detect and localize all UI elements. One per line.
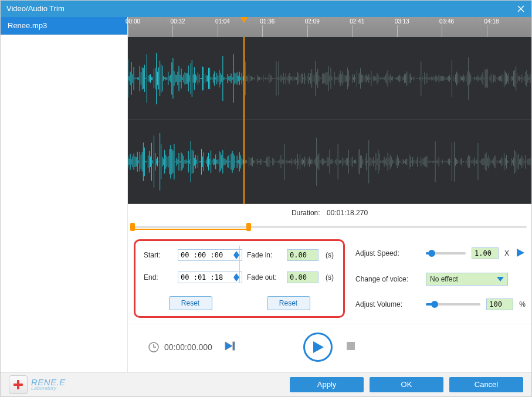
ruler-tick: 00:00 xyxy=(126,18,140,25)
end-label: End: xyxy=(144,273,173,281)
selection-bracket[interactable] xyxy=(133,222,527,232)
volume-label: Adjust Volume: xyxy=(355,300,420,308)
ruler-tick: 01:36 xyxy=(260,18,275,25)
start-label: Start: xyxy=(144,251,173,259)
content-area: Renee.mp3 00:00 00:32 01:04 01:36 02:09 … xyxy=(1,17,531,372)
reset-fade-button[interactable]: Reset xyxy=(267,296,310,310)
fadein-input[interactable] xyxy=(287,249,318,261)
sidebar-item-file[interactable]: Renee.mp3 xyxy=(1,17,127,35)
svg-marker-685 xyxy=(233,277,239,281)
waveform-area[interactable] xyxy=(128,37,531,204)
svg-marker-686 xyxy=(517,249,524,257)
speed-unit: X xyxy=(504,249,509,257)
stop-button[interactable] xyxy=(345,341,356,354)
play-button[interactable] xyxy=(303,332,333,362)
start-input[interactable] xyxy=(178,249,242,261)
waveform-channel-left xyxy=(128,37,531,121)
playback-row: 00:00:00.000 xyxy=(128,324,531,372)
svg-marker-684 xyxy=(233,273,239,277)
ruler-tick: 03:13 xyxy=(395,18,409,25)
duration-value: 00:01:18.270 xyxy=(327,209,368,217)
ruler-tick: 00:32 xyxy=(170,18,185,25)
voice-value: No effect xyxy=(430,275,458,283)
reset-time-button[interactable]: Reset xyxy=(169,296,212,310)
ruler-tick: 04:18 xyxy=(484,18,499,25)
start-field[interactable] xyxy=(181,251,228,259)
voice-select[interactable]: No effect xyxy=(426,273,508,286)
waveform-channel-right xyxy=(128,120,531,204)
volume-row: Adjust Volume: % xyxy=(355,298,526,310)
svg-marker-689 xyxy=(225,342,232,350)
seconds-unit: (s) xyxy=(326,273,334,281)
volume-slider[interactable] xyxy=(426,303,480,306)
volume-unit: % xyxy=(519,300,526,308)
ruler-tick: 01:04 xyxy=(215,18,230,25)
svg-marker-682 xyxy=(233,251,239,255)
playback-time-value: 00:00:00.000 xyxy=(164,342,212,352)
play-icon xyxy=(311,340,324,354)
speed-slider[interactable] xyxy=(426,252,466,255)
playback-time: 00:00:00.000 xyxy=(148,341,237,353)
end-input[interactable] xyxy=(178,272,242,283)
spinner-icon[interactable] xyxy=(233,273,239,281)
duration-label: Duration: xyxy=(292,209,320,217)
chevron-down-icon xyxy=(497,277,504,281)
titlebar: Video/Audio Trim xyxy=(1,1,531,17)
play-preview-icon[interactable] xyxy=(515,247,526,260)
apply-button[interactable]: Apply xyxy=(290,377,364,392)
end-field[interactable] xyxy=(181,273,228,281)
bracket-end-handle[interactable] xyxy=(246,223,251,231)
ruler-tick: 02:41 xyxy=(350,18,364,25)
bracket-start-handle[interactable] xyxy=(130,223,135,231)
main-panel: 00:00 00:32 01:04 01:36 02:09 02:41 03:1… xyxy=(128,17,531,372)
spinner-icon[interactable] xyxy=(233,251,239,259)
ok-button[interactable]: OK xyxy=(370,377,443,392)
logo-text-line1: RENE.E xyxy=(31,378,66,386)
ruler-tick: 03:46 xyxy=(439,18,454,25)
stop-icon xyxy=(345,341,356,351)
fadeout-label: Fade out: xyxy=(247,273,282,281)
voice-row: Change of voice: No effect xyxy=(355,273,526,286)
fadein-group: Fade in: (s) xyxy=(247,249,335,261)
svg-rect-692 xyxy=(347,342,355,350)
controls-panel: Start: End: xyxy=(128,239,531,324)
timeline-ruler[interactable]: 00:00 00:32 01:04 01:36 02:09 02:41 03:1… xyxy=(128,17,531,37)
fadeout-input[interactable] xyxy=(287,272,318,283)
speed-row: Adjust Speed: X xyxy=(355,247,526,260)
speed-label: Adjust Speed: xyxy=(355,249,420,257)
svg-rect-690 xyxy=(233,342,235,350)
slider-thumb[interactable] xyxy=(428,250,435,257)
fadein-label: Fade in: xyxy=(247,251,282,259)
duration-row: Duration: 00:01:18.270 xyxy=(128,204,531,222)
slider-thumb[interactable] xyxy=(431,301,438,308)
adjust-box: Adjust Speed: X Change of voice: xyxy=(355,239,526,318)
sidebar-item-label: Renee.mp3 xyxy=(8,21,47,30)
brand-logo: RENE.E Laboratory xyxy=(9,375,66,394)
ruler-tick: 02:09 xyxy=(305,18,320,25)
step-next-icon[interactable] xyxy=(224,341,237,353)
speed-value[interactable] xyxy=(472,247,499,259)
voice-label: Change of voice: xyxy=(355,275,420,283)
svg-marker-691 xyxy=(313,341,324,353)
start-group: Start: xyxy=(144,249,242,261)
svg-rect-694 xyxy=(13,384,23,386)
end-group: End: xyxy=(144,272,242,283)
seconds-unit: (s) xyxy=(326,251,334,259)
playhead-marker[interactable] xyxy=(243,37,245,204)
logo-badge-icon xyxy=(9,375,28,394)
clock-icon xyxy=(148,341,160,353)
fadeout-group: Fade out: (s) xyxy=(247,272,335,283)
volume-value[interactable] xyxy=(486,298,513,310)
window: Video/Audio Trim Renee.mp3 00:00 00:32 0… xyxy=(0,0,532,397)
trim-box: Start: End: xyxy=(134,239,345,318)
close-icon[interactable] xyxy=(516,4,526,13)
footer: RENE.E Laboratory Apply OK Cancel xyxy=(1,372,531,396)
svg-marker-687 xyxy=(497,277,504,281)
cancel-button[interactable]: Cancel xyxy=(449,377,523,392)
sidebar: Renee.mp3 xyxy=(1,17,128,372)
window-title: Video/Audio Trim xyxy=(6,4,516,13)
bracket-selection xyxy=(133,224,249,230)
divider xyxy=(239,246,240,283)
svg-marker-683 xyxy=(233,255,239,259)
